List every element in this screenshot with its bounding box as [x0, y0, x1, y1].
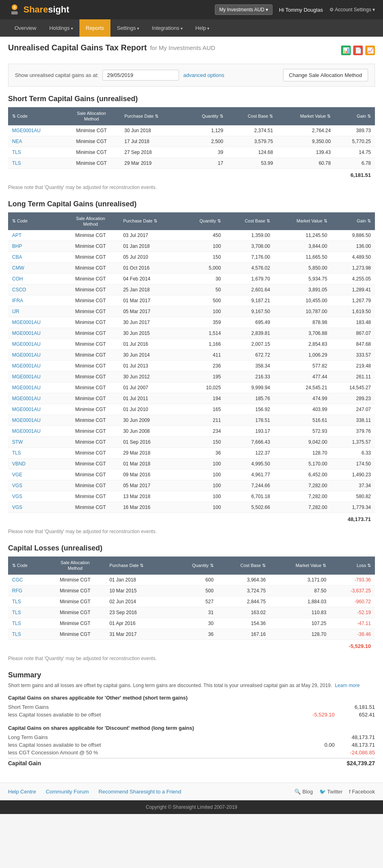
code-link[interactable]: MGE0001AU [12, 341, 41, 347]
code-link[interactable]: MGE0001AU [12, 428, 41, 434]
code-link[interactable]: TLS [12, 610, 21, 615]
table-row: MGE0001AU Minimise CGT 30 Jun 2008 234 1… [8, 426, 375, 437]
code-link[interactable]: VGE [12, 472, 22, 478]
table-row: VBND Minimise CGT 01 Mar 2018 100 4,995.… [8, 459, 375, 469]
nav-reports[interactable]: Reports [79, 19, 111, 37]
code-link[interactable]: TLS [12, 160, 21, 166]
code-link[interactable]: VBND [12, 461, 25, 467]
col-market-value[interactable]: Market Value ⇅ [277, 107, 335, 125]
date-input[interactable] [102, 70, 179, 81]
code-link[interactable]: RFG [12, 588, 22, 594]
code-link[interactable]: CSCO [12, 287, 26, 293]
col-cost-base-lt[interactable]: Cost Base ⇅ [225, 212, 274, 230]
table-row: MGE0001AU Minimise CGT 30 Jun 2012 195 2… [8, 372, 375, 382]
code-link[interactable]: MGE0001AU [12, 417, 41, 423]
nav-integrations[interactable]: Integrations [146, 19, 189, 37]
help-centre-link[interactable]: Help Centre [8, 789, 36, 795]
capital-gain-value: $24,739.27 [347, 760, 375, 766]
code-link[interactable]: BHP [12, 243, 22, 249]
code-link[interactable]: TLS [12, 631, 21, 637]
community-forum-link[interactable]: Community Forum [46, 789, 89, 795]
short-term-table: ⇅ Code Sale AllocationMethod Purchase Da… [8, 107, 375, 169]
facebook-link[interactable]: f Facebook [349, 789, 375, 795]
code-link[interactable]: MGE0001AU [12, 363, 41, 369]
code-link[interactable]: TLS [12, 450, 21, 456]
twitter-link[interactable]: 🐦 Twitter [319, 789, 343, 795]
code-link[interactable]: TLS [12, 621, 21, 626]
export-chart-icon[interactable]: 📈 [365, 46, 375, 55]
code-link[interactable]: NEA [12, 139, 22, 144]
code-link[interactable]: VGS [12, 505, 22, 510]
col-purchase-date[interactable]: Purchase Date ⇅ [120, 107, 183, 125]
export-excel-icon[interactable]: 📊 [341, 46, 351, 55]
page-title-text: Unrealised Capital Gains Tax Report [8, 43, 147, 52]
recommend-link[interactable]: Recommend Sharesight to a Friend [98, 789, 181, 795]
col-loss-cl[interactable]: Loss ⇅ [330, 557, 375, 575]
code-link[interactable]: APT [12, 233, 21, 238]
less-cgt-line: less CGT Concession Amount @ 50 % -24,08… [8, 749, 375, 756]
code-link[interactable]: COH [12, 276, 23, 282]
table-row: RFG Minimise CGT 10 Mar 2015 500 3,724.7… [8, 585, 375, 596]
col-quantity-lt[interactable]: Quantity ⇅ [181, 212, 225, 230]
copyright-text: Copyright © Sharesight Limited 2007-2019 [146, 804, 237, 810]
col-gain-lt[interactable]: Gain ⇅ [331, 212, 375, 230]
footer-bottom: Copyright © Sharesight Limited 2007-2019 [0, 800, 383, 814]
short-term-gains-value: 6,181.51 [343, 704, 375, 710]
code-link[interactable]: IFRA [12, 298, 23, 303]
col-quantity-cl[interactable]: Quantity ⇅ [171, 557, 217, 575]
col-quantity[interactable]: Quantity ⇅ [183, 107, 227, 125]
code-link[interactable]: IJR [12, 309, 19, 314]
col-market-value-lt[interactable]: Market Value ⇅ [274, 212, 331, 230]
summary-less-capital-losses-line: less Capital losses available to be offs… [8, 711, 375, 718]
account-settings-btn[interactable]: ⚙ Account Settings ▾ [329, 7, 375, 12]
user-greeting: Hi Tommy Douglas [279, 7, 323, 13]
capital-gain-label: Capital Gain [8, 760, 41, 766]
code-link[interactable]: MGE0001AU [12, 374, 41, 380]
code-link[interactable]: CMW [12, 265, 24, 271]
nav-holdings[interactable]: Holdings [43, 19, 79, 37]
col-market-value-cl[interactable]: Market Value ⇅ [270, 557, 330, 575]
portfolio-dropdown[interactable]: My Investments AUD ▾ [215, 4, 273, 15]
code-link[interactable]: MGE0001AU [12, 330, 41, 336]
code-link[interactable]: CBA [12, 254, 22, 260]
col-purchase-date-lt[interactable]: Purchase Date ⇅ [119, 212, 181, 230]
blog-link[interactable]: 🔍 Blog [294, 789, 313, 795]
col-cost-base[interactable]: Cost Base ⇅ [227, 107, 277, 125]
code-link[interactable]: MGE0001AU [12, 128, 41, 133]
nav-settings[interactable]: Settings [110, 19, 146, 37]
code-link[interactable]: MGE0001AU [12, 396, 41, 401]
code-link[interactable]: TLS [12, 150, 21, 155]
col-code-lt[interactable]: ⇅ Code [8, 212, 62, 230]
learn-more-link[interactable]: Learn more [335, 683, 360, 688]
change-sale-allocation-btn[interactable]: Change Sale Allocation Method [283, 69, 368, 81]
col-cost-base-cl[interactable]: Cost Base ⇅ [218, 557, 270, 575]
code-link[interactable]: STW [12, 439, 23, 445]
long-term-note: Please note that 'Quantity' may be adjus… [8, 529, 375, 534]
code-link[interactable]: CGC [12, 577, 23, 583]
col-method-lt[interactable]: Sale AllocationMethod [62, 212, 119, 230]
code-link[interactable]: MGE0001AU [12, 320, 41, 325]
long-term-total: 48,173.71 [8, 513, 375, 525]
col-method[interactable]: Sale AllocationMethod [62, 107, 120, 125]
col-gain[interactable]: Gain ⇅ [335, 107, 375, 125]
code-link[interactable]: MGE0001AU [12, 407, 41, 412]
col-code[interactable]: ⇅ Code [8, 107, 62, 125]
page-title: Unrealised Capital Gains Tax Report for … [8, 43, 215, 52]
col-purchase-date-cl[interactable]: Purchase Date ⇅ [105, 557, 171, 575]
export-pdf-icon[interactable]: 📄 [353, 46, 363, 55]
page-subtitle: for My Investments AUD [150, 44, 215, 51]
long-term-section: Long Term Capital Gains (unrealised) ⇅ C… [8, 200, 375, 535]
code-link[interactable]: VGS [12, 483, 22, 488]
less-cgt-label: less CGT Concession Amount @ 50 % [8, 750, 98, 756]
nav-overview[interactable]: Overview [8, 19, 43, 37]
less-capital-losses-value: -5,529.10 [302, 712, 335, 718]
advanced-options-link[interactable]: advanced options [183, 72, 224, 78]
code-link[interactable]: TLS [12, 599, 21, 604]
col-method-cl[interactable]: Sale AllocationMethod [45, 557, 105, 575]
code-link[interactable]: MGE0001AU [12, 352, 41, 358]
code-link[interactable]: MGE0001AU [12, 385, 41, 390]
col-code-cl[interactable]: ⇅ Code [8, 557, 45, 575]
code-link[interactable]: VGS [12, 494, 22, 499]
nav-help[interactable]: Help [189, 19, 216, 37]
table-row: MGE0001AU Minimise CGT 30 Jun 2009 211 1… [8, 415, 375, 426]
